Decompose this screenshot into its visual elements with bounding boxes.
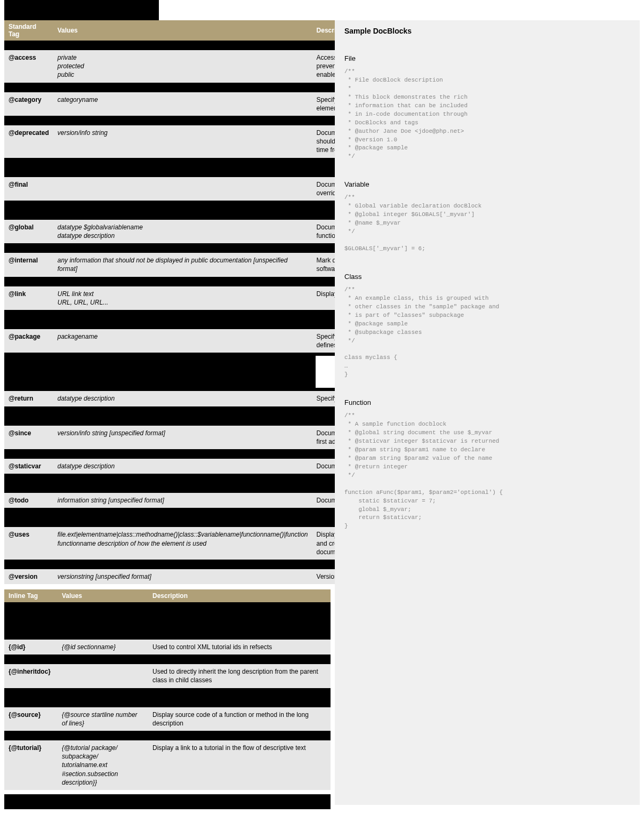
sample-heading: File: [344, 54, 630, 62]
tag-cell: @access: [4, 50, 53, 83]
desc-cell: Used to control XML tutorial ids in refs…: [148, 640, 331, 655]
table-row: [4, 655, 331, 664]
inline-tags-table: Inline Tag Values Description {@id}{@id …: [4, 589, 331, 790]
code-block: /** * A sample function docblock * @glob…: [344, 412, 630, 531]
tag-cell: @uses: [4, 527, 53, 560]
values-cell: version/info string [unspecified format]: [53, 426, 312, 449]
top-black-bar: [4, 0, 159, 20]
values-cell: {@source startline number of lines}: [58, 707, 148, 731]
values-cell: datatype description: [53, 391, 312, 406]
desc-cell: Display source code of a function or met…: [148, 707, 331, 731]
tag-cell: @version: [4, 569, 53, 584]
left-column: Standard Tag Values Description @accessp…: [0, 0, 331, 809]
values-cell: datatype description: [53, 459, 312, 474]
code-block: /** * Global variable declaration docBlo…: [344, 194, 630, 253]
table-row: {@tutorial}{@tutorial package/ subpackag…: [4, 740, 331, 790]
sample-heading: Function: [344, 398, 630, 406]
tag-cell: @todo: [4, 493, 53, 508]
values-cell: [58, 664, 148, 688]
tag-cell: @since: [4, 426, 53, 449]
values-cell: information string [unspecified format]: [53, 493, 312, 508]
tag-cell: {@inheritdoc}: [4, 664, 58, 688]
values-cell: file.ext|elementname|class::methodname()…: [53, 527, 312, 560]
code-block: /** * An example class, this is grouped …: [344, 286, 630, 379]
page: Standard Tag Values Description @accessp…: [0, 0, 644, 809]
table-row: [4, 602, 331, 640]
table-row: {@id}{@id sectionname}Used to control XM…: [4, 640, 331, 655]
col-header-values: Values: [53, 20, 312, 41]
tag-cell: @return: [4, 391, 53, 406]
tag-cell: @link: [4, 286, 53, 310]
tag-cell: @deprecated: [4, 125, 53, 158]
col-header-tag: Inline Tag: [4, 589, 58, 602]
tag-cell: @category: [4, 92, 53, 116]
desc-cell: Display a link to a tutorial in the flow…: [148, 740, 331, 790]
tag-cell: @staticvar: [4, 459, 53, 474]
values-cell: privateprotectedpublic: [53, 50, 312, 83]
table-row: {@source}{@source startline number of li…: [4, 707, 331, 731]
table-row: [4, 731, 331, 740]
table-row: [4, 688, 331, 707]
values-cell: [53, 177, 312, 201]
tag-cell: @final: [4, 177, 53, 201]
tag-cell: @internal: [4, 253, 53, 276]
bottom-black-bar: [4, 794, 331, 809]
sample-heading: Variable: [344, 180, 630, 188]
sample-heading: Class: [344, 273, 630, 281]
values-cell: {@tutorial package/ subpackage/ tutorial…: [58, 740, 148, 790]
values-cell: packagename: [53, 329, 312, 353]
values-cell: versionstring [unspecified format]: [53, 569, 312, 584]
tag-cell: {@source}: [4, 707, 58, 731]
code-block: /** * File docBlock description * * This…: [344, 68, 630, 161]
values-cell: version/info string: [53, 125, 312, 158]
values-cell: any information that should not be displ…: [53, 253, 312, 276]
values-cell: datatype $globalvariablenamedatatype des…: [53, 220, 312, 243]
col-header-tag: Standard Tag: [4, 20, 53, 41]
values-cell: URL link textURL, URL, URL...: [53, 286, 312, 310]
col-header-desc: Description: [148, 589, 331, 602]
values-cell: categoryname: [53, 92, 312, 116]
col-header-values: Values: [58, 589, 148, 602]
samples-title: Sample DocBlocks: [344, 27, 630, 35]
tag-cell: @global: [4, 220, 53, 243]
sample-docblocks-panel: Sample DocBlocks File/** * File docBlock…: [335, 20, 640, 805]
tag-cell: @package: [4, 329, 53, 353]
values-cell: {@id sectionname}: [58, 640, 148, 655]
tag-cell: {@tutorial}: [4, 740, 58, 790]
desc-cell: Used to directly inherit the long descri…: [148, 664, 331, 688]
tag-cell: {@id}: [4, 640, 58, 655]
table-row: {@inheritdoc}Used to directly inherit th…: [4, 664, 331, 688]
